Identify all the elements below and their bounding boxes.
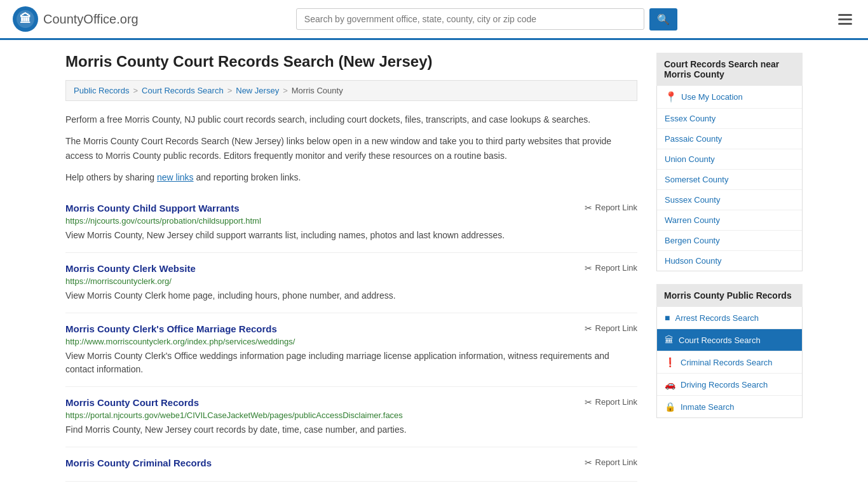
record-url-0: https://njcourts.gov/courts/probation/ch… (65, 216, 637, 226)
search-input[interactable] (296, 8, 644, 30)
search-icon: 🔍 (657, 14, 670, 25)
page-title: Morris County Court Records Search (New … (65, 53, 637, 71)
breadcrumb-sep-2: > (227, 86, 233, 95)
report-icon-0: ✂ (585, 203, 592, 213)
content-area: Morris County Court Records Search (New … (65, 53, 637, 482)
logo-brand-text: CountyOffice.org (43, 12, 139, 27)
nearby-passaic[interactable]: Passaic County (657, 129, 802, 149)
public-record-item-2[interactable]: ❗ Criminal Records Search (657, 351, 802, 374)
records-list: Morris County Child Support Warrants ✂ R… (65, 193, 637, 482)
breadcrumb-link-public-records[interactable]: Public Records (74, 86, 129, 95)
report-link-button-0[interactable]: ✂ Report Link (585, 203, 637, 213)
record-desc-0: View Morris County, New Jersey child sup… (65, 229, 637, 242)
report-icon-2: ✂ (585, 323, 592, 334)
report-link-label-4: Report Link (595, 458, 637, 467)
breadcrumb-sep-3: > (283, 86, 288, 95)
record-item-3: Morris County Court Records ✂ Report Lin… (65, 387, 637, 447)
report-link-button-3[interactable]: ✂ Report Link (585, 397, 637, 407)
public-record-item-0[interactable]: ■ Arrest Records Search (657, 307, 802, 329)
nearby-somerset[interactable]: Somerset County (657, 170, 802, 190)
record-item-4: Morris County Criminal Records ✂ Report … (65, 447, 637, 482)
nearby-essex[interactable]: Essex County (657, 109, 802, 129)
use-location-item[interactable]: 📍 Use My Location (657, 86, 802, 109)
nearby-warren-link[interactable]: Warren County (657, 210, 802, 230)
location-pin-icon: 📍 (665, 91, 677, 103)
public-record-link-4[interactable]: 🔒 Inmate Search (657, 396, 802, 417)
nearby-warren[interactable]: Warren County (657, 210, 802, 231)
record-title-2[interactable]: Morris County Clerk's Office Marriage Re… (65, 323, 277, 334)
search-area: 🔍 (296, 8, 677, 30)
nearby-hudson[interactable]: Hudson County (657, 251, 802, 271)
public-record-link-1[interactable]: 🏛 Court Records Search (657, 329, 802, 351)
nearby-sussex-link[interactable]: Sussex County (657, 190, 802, 210)
public-record-label-3: Driving Records Search (681, 380, 768, 390)
public-record-label-2: Criminal Records Search (681, 358, 773, 367)
nearby-bergen[interactable]: Bergen County (657, 231, 802, 251)
report-icon-4: ✂ (585, 458, 592, 468)
nearby-passaic-link[interactable]: Passaic County (657, 129, 802, 149)
use-location-link[interactable]: 📍 Use My Location (657, 86, 802, 108)
report-link-label-1: Report Link (595, 263, 637, 273)
breadcrumb-link-court-records[interactable]: Court Records Search (142, 86, 224, 95)
main-container: Morris County Court Records Search (New … (53, 40, 815, 488)
report-link-button-4[interactable]: ✂ Report Link (585, 458, 637, 468)
public-record-item-3[interactable]: 🚗 Driving Records Search (657, 374, 802, 396)
record-title-3[interactable]: Morris County Court Records (65, 397, 199, 408)
record-header-1: Morris County Clerk Website ✂ Report Lin… (65, 263, 637, 274)
public-record-icon-2: ❗ (665, 357, 675, 367)
menu-bar-3 (838, 23, 852, 25)
report-icon-3: ✂ (585, 397, 592, 407)
nearby-section: Court Records Search near Morris County … (656, 53, 803, 271)
report-link-button-1[interactable]: ✂ Report Link (585, 263, 637, 273)
menu-bar-1 (838, 14, 852, 16)
breadcrumb-link-new-jersey[interactable]: New Jersey (236, 86, 279, 95)
record-title-1[interactable]: Morris County Clerk Website (65, 263, 196, 274)
record-desc-1: View Morris County Clerk home page, incl… (65, 289, 637, 302)
nearby-list: 📍 Use My Location Essex County Passaic C… (656, 86, 803, 271)
public-record-icon-1: 🏛 (665, 335, 674, 345)
record-item-2: Morris County Clerk's Office Marriage Re… (65, 313, 637, 387)
description-2: The Morris County Court Records Search (… (65, 134, 637, 163)
description-3-suffix: and reporting broken links. (194, 172, 301, 182)
record-header-4: Morris County Criminal Records ✂ Report … (65, 458, 637, 468)
record-title-0[interactable]: Morris County Child Support Warrants (65, 203, 240, 214)
header: 🏛 CountyOffice.org 🔍 (0, 0, 868, 40)
record-item-0: Morris County Child Support Warrants ✂ R… (65, 193, 637, 253)
new-links-link[interactable]: new links (157, 172, 194, 182)
menu-button[interactable] (835, 11, 855, 28)
nearby-essex-link[interactable]: Essex County (657, 109, 802, 128)
public-record-link-0[interactable]: ■ Arrest Records Search (657, 307, 802, 329)
nearby-union[interactable]: Union County (657, 149, 802, 170)
search-button[interactable]: 🔍 (649, 8, 677, 30)
record-desc-3: Find Morris County, New Jersey court rec… (65, 423, 637, 437)
public-record-label-1: Court Records Search (679, 336, 761, 345)
record-desc-2: View Morris County Clerk's Office weddin… (65, 349, 637, 376)
nearby-header: Court Records Search near Morris County (656, 53, 803, 86)
report-link-label-3: Report Link (595, 397, 637, 407)
logo-suffix: .org (116, 12, 138, 26)
record-url-2: http://www.morriscountyclerk.org/index.p… (65, 337, 637, 346)
report-link-label-2: Report Link (595, 323, 637, 333)
record-url-3: https://portal.njcourts.gov/webe1/CIVILC… (65, 410, 637, 420)
description-3-prefix: Help others by sharing (65, 172, 157, 182)
public-record-link-3[interactable]: 🚗 Driving Records Search (657, 374, 802, 395)
record-header-3: Morris County Court Records ✂ Report Lin… (65, 397, 637, 408)
public-record-link-2[interactable]: ❗ Criminal Records Search (657, 351, 802, 373)
nearby-somerset-link[interactable]: Somerset County (657, 170, 802, 189)
nearby-bergen-link[interactable]: Bergen County (657, 231, 802, 250)
breadcrumb: Public Records > Court Records Search > … (65, 80, 637, 101)
record-title-4[interactable]: Morris County Criminal Records (65, 458, 212, 468)
breadcrumb-current: Morris County (292, 86, 343, 95)
use-location-label: Use My Location (681, 92, 743, 102)
svg-text:🏛: 🏛 (20, 12, 31, 25)
nearby-hudson-link[interactable]: Hudson County (657, 251, 802, 271)
nearby-sussex[interactable]: Sussex County (657, 190, 802, 210)
public-record-item-4[interactable]: 🔒 Inmate Search (657, 396, 802, 417)
report-link-button-2[interactable]: ✂ Report Link (585, 323, 637, 334)
public-records-section: Morris County Public Records ■ Arrest Re… (656, 284, 803, 418)
record-header-2: Morris County Clerk's Office Marriage Re… (65, 323, 637, 334)
public-record-label-4: Inmate Search (681, 402, 735, 412)
nearby-union-link[interactable]: Union County (657, 149, 802, 169)
sidebar: Court Records Search near Morris County … (656, 53, 803, 482)
public-record-item-1[interactable]: 🏛 Court Records Search (657, 329, 802, 351)
